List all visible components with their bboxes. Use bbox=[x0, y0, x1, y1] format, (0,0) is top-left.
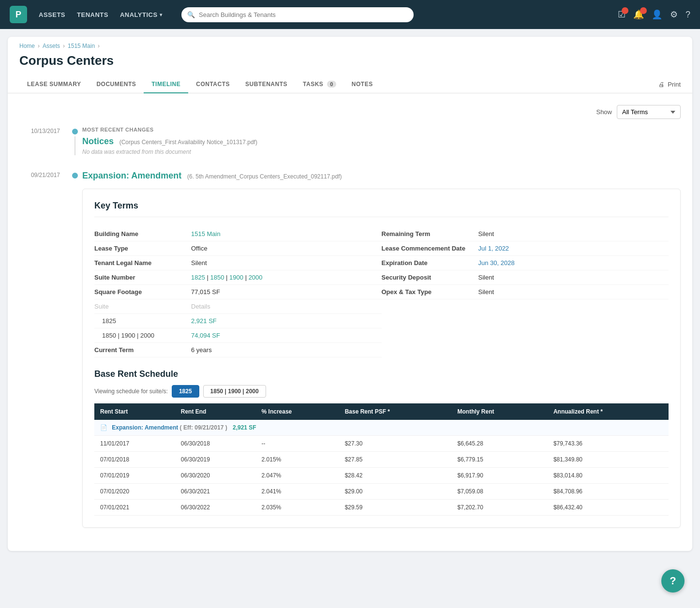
tab-contacts[interactable]: CONTACTS bbox=[188, 76, 238, 93]
cell-monthly-rent: $6,645.28 bbox=[452, 436, 548, 452]
suite-btn-1850-1900-2000[interactable]: 1850 | 1900 | 2000 bbox=[203, 385, 266, 398]
notice-title[interactable]: Notices bbox=[82, 136, 114, 146]
kt-suite-number: Suite Number 1825 | 1850 | 1900 | 2000 bbox=[94, 270, 382, 285]
breadcrumb-sep-2: › bbox=[63, 43, 65, 49]
tab-timeline[interactable]: TIMELINE bbox=[144, 76, 188, 93]
amendment-header: Expansion: Amendment (6. 5th Amendment_C… bbox=[82, 171, 681, 181]
rent-table-body: 📄 Expansion: Amendment ( Eff: 09/21/2017… bbox=[94, 420, 669, 516]
breadcrumb-sep-1: › bbox=[38, 43, 40, 49]
kt-square-footage-value: 77,015 SF bbox=[191, 288, 220, 296]
kt-tenant-name-value: Silent bbox=[191, 259, 207, 267]
col-rent-end: Rent End bbox=[175, 403, 256, 420]
amendment-file: (6. 5th Amendment_Corpus Centers_Execute… bbox=[187, 173, 342, 180]
notice-no-data: No data was extracted from this document bbox=[82, 148, 681, 155]
breadcrumb-assets[interactable]: Assets bbox=[43, 43, 60, 49]
cell-rent-end: 06/30/2020 bbox=[175, 468, 256, 484]
timeline-connector-1 bbox=[68, 127, 82, 155]
tab-notes[interactable]: NOTES bbox=[344, 76, 381, 93]
notice-file: (Corpus Centers_First Availability Notic… bbox=[119, 139, 257, 146]
chevron-down-icon: ▾ bbox=[160, 12, 163, 17]
amendment-date: 09/21/2017 bbox=[19, 171, 68, 528]
tasks-badge bbox=[622, 7, 628, 14]
help-nav-icon[interactable]: ? bbox=[685, 10, 690, 20]
amendment-title[interactable]: Expansion: Amendment bbox=[82, 171, 181, 180]
print-icon: 🖨 bbox=[658, 81, 665, 88]
suite-2000-link[interactable]: 2000 bbox=[249, 274, 263, 281]
amendment-body: Expansion: Amendment (6. 5th Amendment_C… bbox=[82, 171, 681, 528]
breadcrumb-1515main[interactable]: 1515 Main bbox=[68, 43, 95, 49]
breadcrumb-sep-3: › bbox=[98, 43, 100, 49]
table-row: 11/01/2017 06/30/2018 -- $27.30 $6,645.2… bbox=[94, 436, 669, 452]
suite-1825-link[interactable]: 1825 bbox=[191, 274, 205, 281]
table-row: 07/01/2019 06/30/2020 2.047% $28.42 $6,9… bbox=[94, 468, 669, 484]
cell-rent-start: 11/01/2017 bbox=[94, 436, 175, 452]
rent-table: Rent Start Rent End % Increase Base Rent… bbox=[94, 403, 669, 516]
page-title: Corpus Centers bbox=[8, 49, 692, 76]
col-monthly-rent: Monthly Rent bbox=[452, 403, 548, 420]
suite-1850-link[interactable]: 1850 bbox=[210, 274, 224, 281]
cell-pct-increase: 2.047% bbox=[256, 468, 339, 484]
kt-commencement-date-value[interactable]: Jul 1, 2022 bbox=[478, 245, 509, 252]
nav-tenants[interactable]: TENANTS bbox=[77, 11, 108, 18]
tasks-nav-icon[interactable]: ☑ bbox=[618, 9, 626, 20]
kt-building-name: Building Name 1515 Main bbox=[94, 227, 382, 241]
user-nav-icon[interactable]: 👤 bbox=[652, 9, 662, 20]
kt-suite-1825-detail: 1825 2,921 SF bbox=[94, 314, 382, 328]
tabs-bar: LEASE SUMMARY DOCUMENTS TIMELINE CONTACT… bbox=[8, 76, 692, 93]
timeline-connector-2 bbox=[68, 171, 82, 528]
notice-body: MOST RECENT CHANGES Notices (Corpus Cent… bbox=[82, 127, 681, 155]
viewing-label: Viewing schedule for suite/s: 1825 1850 … bbox=[94, 385, 669, 398]
app-logo[interactable]: P bbox=[10, 6, 27, 23]
notifications-nav-icon[interactable]: 🔔 bbox=[633, 9, 644, 20]
cell-pct-increase: 2.035% bbox=[256, 500, 339, 516]
amendment-card: Key Terms Building Name 1515 Main Lease … bbox=[82, 189, 681, 528]
base-rent-section: Base Rent Schedule Viewing schedule for … bbox=[94, 369, 669, 516]
page-wrapper: Home › Assets › 1515 Main › Corpus Cente… bbox=[8, 37, 692, 551]
filter-select[interactable]: All Terms Key Terms Only Rent Schedule bbox=[617, 105, 681, 119]
expansion-sqft: 2,921 SF bbox=[233, 424, 256, 431]
expansion-header-row: 📄 Expansion: Amendment ( Eff: 09/21/2017… bbox=[94, 420, 669, 436]
cell-annualized-rent: $84,708.96 bbox=[548, 484, 669, 500]
kt-suite-1825-sqft[interactable]: 2,921 SF bbox=[191, 317, 217, 325]
kt-suite-1850-sqft[interactable]: 74,094 SF bbox=[191, 332, 220, 339]
suite-btn-1825[interactable]: 1825 bbox=[172, 385, 199, 398]
table-row: 07/01/2020 06/30/2021 2.041% $29.00 $7,0… bbox=[94, 484, 669, 500]
cell-pct-increase: 2.041% bbox=[256, 484, 339, 500]
breadcrumb-home[interactable]: Home bbox=[19, 43, 35, 49]
settings-nav-icon[interactable]: ⚙ bbox=[670, 9, 678, 20]
cell-base-rent-psf: $29.00 bbox=[339, 484, 452, 500]
kt-remaining-term: Remaining Term Silent bbox=[382, 227, 669, 241]
rent-table-header: Rent Start Rent End % Increase Base Rent… bbox=[94, 403, 669, 420]
suite-1900-link[interactable]: 1900 bbox=[229, 274, 243, 281]
notice-date: 10/13/2017 bbox=[19, 127, 68, 155]
base-rent-title: Base Rent Schedule bbox=[94, 369, 669, 379]
kt-opex-tax: Opex & Tax Type Silent bbox=[382, 285, 669, 299]
search-input[interactable] bbox=[181, 7, 414, 22]
cell-rent-start: 07/01/2021 bbox=[94, 500, 175, 516]
kt-suite-number-value: 1825 | 1850 | 1900 | 2000 bbox=[191, 274, 263, 281]
tab-lease-summary[interactable]: LEASE SUMMARY bbox=[19, 76, 89, 93]
document-icon: 📄 bbox=[100, 424, 107, 431]
cell-rent-start: 07/01/2019 bbox=[94, 468, 175, 484]
tab-tasks[interactable]: TASKS 0 bbox=[295, 76, 344, 93]
col-pct-increase: % Increase bbox=[256, 403, 339, 420]
nav-analytics[interactable]: ANALYTICS ▾ bbox=[120, 11, 162, 18]
kt-suite-1850-detail: 1850 | 1900 | 2000 74,094 SF bbox=[94, 328, 382, 343]
nav-assets[interactable]: ASSETS bbox=[39, 11, 65, 18]
tasks-badge-count: 0 bbox=[327, 81, 336, 88]
tab-subtenants[interactable]: SUBTENANTS bbox=[238, 76, 295, 93]
kt-building-name-value[interactable]: 1515 Main bbox=[191, 230, 221, 237]
print-button[interactable]: 🖨 Print bbox=[658, 81, 681, 88]
kt-expiration-date-value[interactable]: Jun 30, 2028 bbox=[478, 259, 515, 267]
kt-lease-type-value: Office bbox=[191, 245, 208, 252]
cell-rent-end: 06/30/2018 bbox=[175, 436, 256, 452]
kt-current-term: Current Term 6 years bbox=[94, 343, 382, 357]
tab-documents[interactable]: DOCUMENTS bbox=[89, 76, 144, 93]
cell-annualized-rent: $83,014.80 bbox=[548, 468, 669, 484]
expansion-row-label: 📄 Expansion: Amendment ( Eff: 09/21/2017… bbox=[94, 420, 669, 436]
cell-monthly-rent: $7,202.70 bbox=[452, 500, 548, 516]
col-base-rent-psf: Base Rent PSF * bbox=[339, 403, 452, 420]
expansion-row-title[interactable]: Expansion: Amendment bbox=[112, 424, 178, 431]
search-icon: 🔍 bbox=[187, 11, 195, 18]
key-terms-left: Building Name 1515 Main Lease Type Offic… bbox=[94, 227, 382, 357]
